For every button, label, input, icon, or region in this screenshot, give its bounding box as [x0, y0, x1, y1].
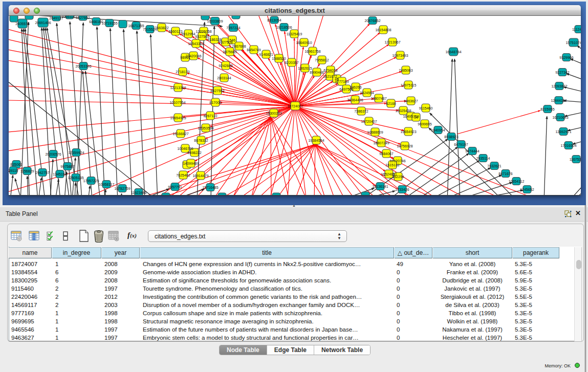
svg-text:10719155: 10719155 [101, 21, 117, 25]
svg-text:11923446: 11923446 [131, 191, 147, 194]
svg-text:10120746: 10120746 [389, 159, 405, 163]
svg-text:9242848: 9242848 [219, 64, 232, 68]
svg-text:19756928: 19756928 [397, 144, 412, 148]
svg-text:8938923: 8938923 [444, 135, 458, 139]
svg-text:9329966: 9329966 [559, 56, 573, 59]
svg-text:15136141: 15136141 [372, 185, 388, 188]
svg-text:15300293: 15300293 [266, 112, 281, 115]
svg-text:2935114: 2935114 [476, 157, 490, 160]
svg-text:1112487: 1112487 [572, 28, 581, 31]
svg-text:15716485: 15716485 [202, 186, 218, 189]
svg-text:1733426: 1733426 [395, 188, 409, 191]
svg-text:6794028: 6794028 [323, 69, 337, 72]
svg-text:10107554: 10107554 [169, 101, 185, 104]
svg-text:19654923: 19654923 [400, 130, 416, 134]
svg-text:8990448: 8990448 [310, 71, 323, 74]
svg-text:8267110: 8267110 [204, 114, 217, 118]
svg-text:817006: 817006 [209, 101, 221, 104]
svg-text:7485063: 7485063 [399, 69, 412, 72]
svg-text:15720407: 15720407 [361, 120, 377, 123]
svg-text:62160: 62160 [386, 102, 396, 105]
svg-text:16782759: 16782759 [114, 187, 130, 190]
svg-text:6479197: 6479197 [454, 143, 468, 146]
svg-text:20691406: 20691406 [35, 21, 51, 25]
svg-text:12093872: 12093872 [551, 84, 567, 88]
svg-text:6497508: 6497508 [339, 87, 353, 91]
svg-text:9463627: 9463627 [404, 99, 418, 103]
svg-text:16914479: 16914479 [192, 174, 208, 178]
svg-text:2803144: 2803144 [217, 76, 231, 80]
svg-text:2405572: 2405572 [15, 22, 29, 26]
svg-text:7357224: 7357224 [226, 26, 240, 30]
svg-text:1640954: 1640954 [431, 128, 445, 132]
svg-text:1527602: 1527602 [76, 16, 90, 19]
svg-text:2718170: 2718170 [176, 70, 189, 74]
svg-text:16648784: 16648784 [445, 50, 461, 54]
svg-text:10688609: 10688609 [367, 130, 383, 134]
svg-text:1362615: 1362615 [298, 67, 312, 70]
svg-text:18807249: 18807249 [373, 141, 389, 145]
svg-text:8220357: 8220357 [285, 61, 298, 64]
svg-text:8498222: 8498222 [187, 151, 201, 155]
svg-text:9777169: 9777169 [335, 80, 349, 83]
svg-text:13692971: 13692971 [555, 130, 571, 134]
svg-text:17359924: 17359924 [68, 151, 84, 155]
svg-text:3824554: 3824554 [360, 91, 374, 95]
svg-text:12444154: 12444154 [551, 99, 567, 102]
svg-text:17957225: 17957225 [83, 179, 99, 183]
svg-text:12213967: 12213967 [384, 40, 400, 44]
svg-text:9975887: 9975887 [60, 165, 74, 168]
svg-text:14099489: 14099489 [183, 162, 199, 165]
svg-text:12213369: 12213369 [170, 86, 186, 90]
svg-text:10046786: 10046786 [177, 147, 193, 150]
svg-text:8471676: 8471676 [498, 172, 512, 176]
svg-text:10654112: 10654112 [509, 180, 525, 183]
svg-text:98961: 98961 [180, 56, 190, 59]
svg-text:16640910: 16640910 [296, 41, 312, 45]
svg-text:04: 04 [414, 116, 418, 119]
svg-text:1345194: 1345194 [53, 172, 67, 176]
svg-text:16543362: 16543362 [188, 42, 204, 46]
svg-text:10973493: 10973493 [392, 54, 408, 57]
svg-text:12975115: 12975115 [401, 83, 417, 87]
svg-text:7625402: 7625402 [176, 173, 190, 177]
svg-text:7386372: 7386372 [354, 110, 368, 113]
svg-text:15751074: 15751074 [565, 41, 581, 45]
svg-text:8215955: 8215955 [540, 107, 554, 111]
svg-text:16961758: 16961758 [304, 50, 320, 53]
svg-text:16154808: 16154808 [375, 28, 391, 32]
svg-text:546: 546 [229, 38, 235, 42]
svg-text:9884067: 9884067 [379, 152, 393, 156]
svg-text:1156829: 1156829 [20, 169, 34, 173]
svg-text:19654925: 19654925 [170, 116, 186, 120]
svg-text:7663822: 7663822 [155, 26, 168, 30]
svg-text:9245652: 9245652 [520, 188, 534, 191]
svg-text:9146821: 9146821 [259, 53, 273, 56]
svg-text:18724007: 18724007 [287, 104, 303, 108]
svg-text:8813054: 8813054 [267, 18, 281, 22]
svg-text:9474444: 9474444 [465, 149, 479, 153]
svg-text:9857791: 9857791 [168, 185, 182, 189]
svg-text:19384554: 19384554 [308, 139, 324, 142]
svg-text:17016504: 17016504 [560, 144, 576, 147]
svg-text:9227342: 9227342 [555, 71, 569, 74]
svg-text:20053346: 20053346 [75, 64, 91, 68]
svg-text:9115460: 9115460 [419, 106, 433, 110]
svg-text:19166827: 19166827 [172, 132, 188, 136]
svg-text:9699695: 9699695 [418, 122, 431, 126]
svg-text:10807487: 10807487 [371, 97, 386, 100]
svg-text:8678332: 8678332 [194, 139, 208, 142]
svg-text:8660123: 8660123 [168, 30, 182, 33]
svg-text:12505135: 12505135 [68, 176, 83, 180]
svg-text:8454749: 8454749 [247, 48, 260, 52]
svg-text:835061: 835061 [10, 163, 22, 166]
svg-text:3875685: 3875685 [223, 50, 236, 54]
svg-text:20364436: 20364436 [347, 98, 363, 102]
svg-text:1588520: 1588520 [272, 57, 286, 60]
svg-text:11325419: 11325419 [287, 32, 302, 36]
svg-text:2867608: 2867608 [232, 45, 246, 48]
svg-text:8427552: 8427552 [210, 89, 224, 93]
svg-text:20206576: 20206576 [45, 152, 61, 156]
svg-text:8912954: 8912954 [181, 32, 195, 36]
svg-text:10653267: 10653267 [61, 16, 77, 18]
